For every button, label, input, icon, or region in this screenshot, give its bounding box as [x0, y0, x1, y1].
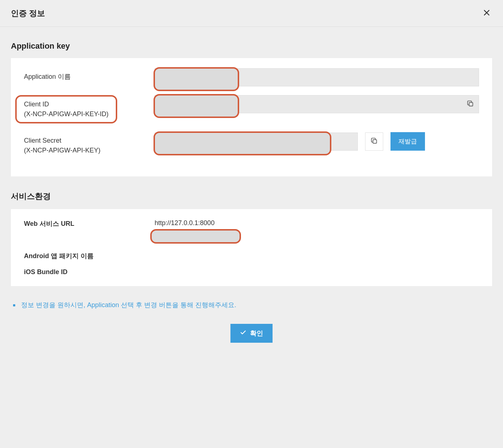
close-button[interactable]: [481, 7, 492, 19]
label-web-url: Web 서비스 URL: [24, 219, 155, 228]
confirm-button[interactable]: 확인: [230, 324, 273, 343]
label-client-id-line2: (X-NCP-APIGW-API-KEY-ID): [24, 110, 109, 118]
modal-title: 인증 정보: [11, 8, 45, 19]
appkey-card: Application 이름 Client ID (X-NCP-APIGW-AP…: [11, 58, 492, 176]
row-client-secret: Client Secret (X-NCP-APIGW-API-KEY): [24, 132, 479, 155]
row-android-package: Android 앱 패키지 이름: [24, 252, 479, 260]
reissue-button[interactable]: 재발급: [390, 132, 425, 151]
redaction-overlay: [150, 229, 241, 244]
info-text: 정보 변경을 원하시면, Application 선택 후 변경 버튼을 통해 …: [21, 301, 236, 309]
bullet-icon: [13, 304, 15, 306]
close-icon: [483, 9, 491, 18]
confirm-label: 확인: [250, 329, 263, 338]
row-web-url: Web 서비스 URL http://127.0.0.1:8000: [24, 219, 479, 244]
section-title-env: 서비스환경: [11, 191, 492, 202]
row-ios-bundle: iOS Bundle ID: [24, 268, 479, 276]
section-title-appkey: Application key: [11, 41, 492, 51]
label-client-id-line1: Client ID: [24, 101, 49, 108]
check-icon: [240, 329, 246, 338]
info-note: 정보 변경을 원하시면, Application 선택 후 변경 버튼을 통해 …: [13, 301, 492, 309]
svg-rect-2: [469, 102, 473, 106]
env-card: Web 서비스 URL http://127.0.0.1:8000 Androi…: [11, 209, 492, 286]
label-client-secret-line2: (X-NCP-APIGW-API-KEY): [24, 147, 101, 154]
modal-content: Application key Application 이름 Client ID…: [0, 27, 503, 368]
value-web-url: http://127.0.0.1:8000: [155, 219, 479, 227]
row-client-id: Client ID (X-NCP-APIGW-API-KEY-ID): [24, 95, 479, 123]
row-application-name: Application 이름: [24, 68, 479, 86]
label-ios-bundle: iOS Bundle ID: [24, 268, 155, 276]
label-android-package: Android 앱 패키지 이름: [24, 252, 155, 260]
label-client-secret-line1: Client Secret: [24, 137, 61, 144]
copy-icon: [467, 100, 474, 109]
svg-rect-3: [373, 140, 377, 143]
redaction-overlay: [154, 67, 239, 91]
redaction-overlay: [154, 94, 239, 118]
label-application-name: Application 이름: [24, 68, 155, 82]
label-highlight-client-id: Client ID (X-NCP-APIGW-API-KEY-ID): [15, 95, 117, 123]
copy-icon: [371, 137, 378, 146]
copy-client-secret-button[interactable]: [365, 133, 383, 151]
modal-header: 인증 정보: [0, 0, 503, 27]
redaction-overlay: [154, 131, 331, 155]
modal-footer: 확인: [11, 324, 492, 357]
copy-client-id-button[interactable]: [465, 99, 475, 110]
